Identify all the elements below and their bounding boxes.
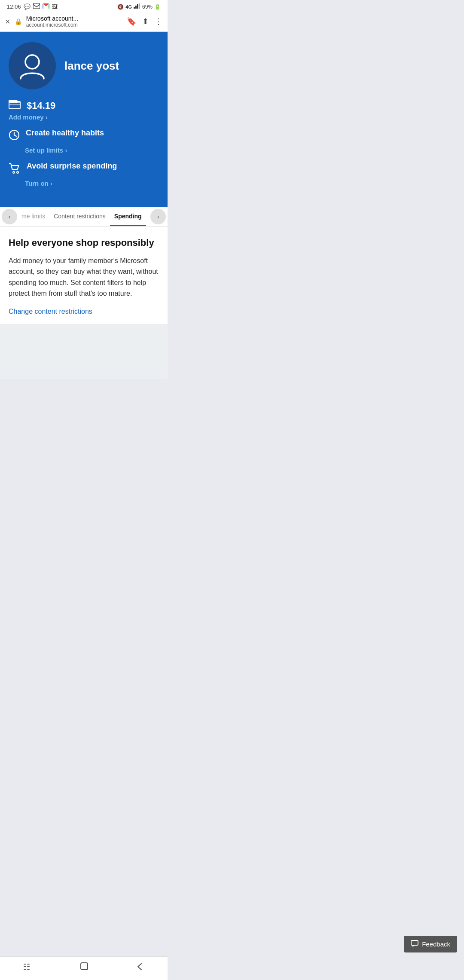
gmail-icon [43, 3, 49, 10]
svg-point-15 [17, 172, 18, 173]
svg-rect-1 [43, 4, 43, 9]
close-tab-button[interactable]: × [5, 17, 10, 26]
signal-icon [134, 3, 140, 10]
balance-row: $14.19 [9, 100, 159, 112]
add-money-link[interactable]: Add money › [9, 113, 159, 121]
add-money-label: Add money [9, 113, 44, 121]
url-domain: account.microsoft.com [26, 22, 122, 28]
wallet-icon [9, 100, 21, 112]
turn-on-link[interactable]: Turn on › [25, 180, 159, 187]
set-up-limits-link[interactable]: Set up limits › [25, 147, 159, 154]
tabs-container: ‹ me limits Content restrictions Spendin… [0, 207, 168, 227]
svg-rect-2 [49, 4, 49, 9]
status-left: 12:06 💬 🖼 [7, 3, 58, 10]
status-time: 12:06 [7, 3, 21, 10]
photo-icon: 🖼 [52, 3, 58, 10]
network-icon: 4G [125, 4, 132, 9]
battery-icon: 🔋 [154, 4, 161, 10]
mute-icon: 🔇 [117, 4, 124, 10]
tabs-list: me limits Content restrictions Spending [17, 207, 150, 226]
menu-dots-icon[interactable]: ⋮ [155, 17, 162, 26]
status-right: 🔇 4G 69% 🔋 [117, 3, 161, 10]
tab-time-limits[interactable]: me limits [17, 207, 49, 226]
chevron-right-icon: › [46, 113, 48, 121]
svg-rect-4 [135, 6, 137, 9]
svg-rect-6 [139, 3, 140, 9]
avatar [9, 42, 56, 89]
section-heading: Help everyone shop responsibly [9, 237, 159, 249]
svg-line-13 [14, 135, 16, 136]
tab-next-arrow[interactable]: › [150, 209, 166, 224]
turn-on-label: Turn on [25, 180, 49, 187]
lock-icon: 🔒 [15, 18, 22, 25]
chevron-right-icon-2: › [65, 147, 67, 154]
svg-rect-5 [137, 4, 138, 9]
profile-name: lance yost [64, 59, 119, 73]
clock-icon [9, 129, 20, 143]
page-title: Microsoft account... [26, 15, 122, 22]
svg-point-7 [25, 55, 39, 69]
url-info: Microsoft account... account.microsoft.c… [26, 15, 122, 28]
profile-section: lance yost $14.19 Add money › Create hea… [0, 32, 168, 207]
svg-rect-0 [33, 3, 40, 9]
battery-percent: 69% [142, 4, 153, 10]
feature-1-row: Create healthy habits [9, 129, 159, 143]
set-up-limits-label: Set up limits [25, 147, 63, 154]
tab-spending[interactable]: Spending [110, 207, 146, 226]
main-content: Help everyone shop responsibly Add money… [0, 227, 168, 324]
svg-rect-3 [134, 7, 135, 9]
feature-2-title: Avoid surprise spending [27, 162, 117, 171]
tab-content-restrictions[interactable]: Content restrictions [49, 207, 110, 226]
feature-1-title: Create healthy habits [26, 129, 104, 138]
browser-bar: × 🔒 Microsoft account... account.microso… [0, 12, 168, 32]
svg-point-14 [13, 172, 15, 173]
content-area: ‹ me limits Content restrictions Spendin… [0, 207, 168, 379]
tab-prev-arrow[interactable]: ‹ [2, 209, 17, 224]
mail-m-icon [33, 3, 40, 10]
balance-amount: $14.19 [27, 100, 55, 111]
cart-icon [9, 162, 21, 176]
chevron-right-icon-3: › [50, 180, 52, 187]
browser-actions: 🔖 ⬆ ⋮ [127, 17, 162, 26]
section-body: Add money to your family member's Micros… [9, 255, 159, 299]
bookmark-icon[interactable]: 🔖 [127, 17, 136, 26]
change-content-restrictions-link[interactable]: Change content restrictions [9, 308, 92, 315]
share-icon[interactable]: ⬆ [142, 17, 149, 26]
chat-icon: 💬 [24, 3, 31, 10]
status-bar: 12:06 💬 🖼 🔇 4G 69% 🔋 [0, 0, 168, 12]
feature-2-row: Avoid surprise spending [9, 162, 159, 176]
profile-top: lance yost [9, 42, 159, 89]
